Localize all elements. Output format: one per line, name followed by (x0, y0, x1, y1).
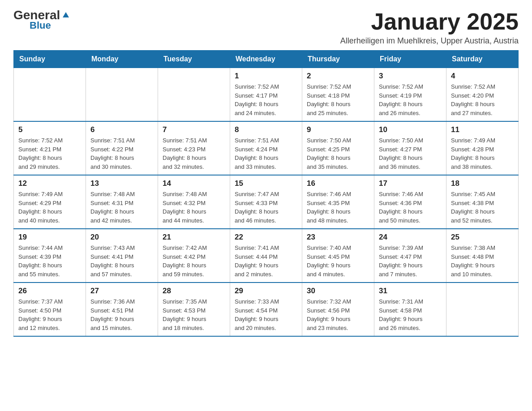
calendar-cell: 29Sunrise: 7:33 AM Sunset: 4:54 PM Dayli… (230, 283, 302, 336)
day-of-week-header: Tuesday (158, 51, 230, 68)
day-number: 1 (235, 72, 297, 81)
calendar-header-row: SundayMondayTuesdayWednesdayThursdayFrid… (14, 51, 519, 68)
calendar-cell (86, 68, 158, 122)
day-of-week-header: Friday (374, 51, 446, 68)
day-info: Sunrise: 7:49 AM Sunset: 4:29 PM Dayligh… (18, 190, 81, 225)
day-number: 7 (163, 125, 225, 134)
day-info: Sunrise: 7:52 AM Sunset: 4:17 PM Dayligh… (235, 82, 297, 117)
location-subtitle: Allerheiligen im Muehlkreis, Upper Austr… (340, 36, 519, 46)
calendar-cell: 13Sunrise: 7:48 AM Sunset: 4:31 PM Dayli… (86, 175, 158, 229)
day-number: 23 (307, 233, 369, 242)
logo-blue-text: Blue (30, 20, 51, 31)
day-number: 11 (451, 125, 514, 134)
calendar-cell (14, 68, 86, 122)
day-number: 13 (90, 179, 153, 188)
calendar-cell (446, 283, 519, 336)
day-info: Sunrise: 7:52 AM Sunset: 4:18 PM Dayligh… (307, 82, 369, 117)
day-number: 20 (90, 233, 153, 242)
day-number: 24 (379, 233, 442, 242)
day-info: Sunrise: 7:50 AM Sunset: 4:27 PM Dayligh… (379, 136, 442, 171)
day-info: Sunrise: 7:51 AM Sunset: 4:22 PM Dayligh… (90, 136, 153, 171)
day-number: 19 (18, 233, 81, 242)
day-info: Sunrise: 7:40 AM Sunset: 4:45 PM Dayligh… (307, 244, 369, 278)
day-info: Sunrise: 7:39 AM Sunset: 4:47 PM Dayligh… (379, 244, 442, 278)
day-number: 6 (90, 125, 153, 134)
calendar-week-row: 5Sunrise: 7:52 AM Sunset: 4:21 PM Daylig… (14, 121, 519, 175)
day-info: Sunrise: 7:37 AM Sunset: 4:50 PM Dayligh… (18, 297, 81, 332)
day-number: 8 (235, 125, 297, 134)
calendar-cell: 2Sunrise: 7:52 AM Sunset: 4:18 PM Daylig… (302, 68, 374, 122)
day-of-week-header: Saturday (446, 51, 519, 68)
day-number: 15 (235, 179, 297, 188)
day-number: 28 (163, 287, 225, 295)
day-number: 2 (307, 72, 369, 81)
day-info: Sunrise: 7:46 AM Sunset: 4:35 PM Dayligh… (307, 190, 369, 225)
day-number: 5 (18, 125, 81, 134)
calendar-cell: 27Sunrise: 7:36 AM Sunset: 4:51 PM Dayli… (86, 283, 158, 336)
calendar-cell: 19Sunrise: 7:44 AM Sunset: 4:39 PM Dayli… (14, 229, 86, 283)
day-of-week-header: Thursday (302, 51, 374, 68)
calendar-cell: 24Sunrise: 7:39 AM Sunset: 4:47 PM Dayli… (374, 229, 446, 283)
calendar-week-row: 19Sunrise: 7:44 AM Sunset: 4:39 PM Dayli… (14, 229, 519, 283)
calendar-cell: 5Sunrise: 7:52 AM Sunset: 4:21 PM Daylig… (14, 121, 86, 175)
day-of-week-header: Wednesday (230, 51, 302, 68)
day-info: Sunrise: 7:51 AM Sunset: 4:24 PM Dayligh… (235, 136, 297, 171)
day-of-week-header: Monday (86, 51, 158, 68)
day-number: 16 (307, 179, 369, 188)
calendar-cell: 10Sunrise: 7:50 AM Sunset: 4:27 PM Dayli… (374, 121, 446, 175)
calendar-week-row: 12Sunrise: 7:49 AM Sunset: 4:29 PM Dayli… (14, 175, 519, 229)
calendar-cell: 28Sunrise: 7:35 AM Sunset: 4:53 PM Dayli… (158, 283, 230, 336)
day-of-week-header: Sunday (14, 51, 86, 68)
day-number: 26 (18, 287, 81, 295)
day-info: Sunrise: 7:45 AM Sunset: 4:38 PM Dayligh… (451, 190, 514, 225)
day-info: Sunrise: 7:49 AM Sunset: 4:28 PM Dayligh… (451, 136, 514, 171)
day-info: Sunrise: 7:32 AM Sunset: 4:56 PM Dayligh… (307, 297, 369, 332)
day-info: Sunrise: 7:48 AM Sunset: 4:32 PM Dayligh… (163, 190, 225, 225)
calendar-cell: 18Sunrise: 7:45 AM Sunset: 4:38 PM Dayli… (446, 175, 519, 229)
calendar-cell: 23Sunrise: 7:40 AM Sunset: 4:45 PM Dayli… (302, 229, 374, 283)
calendar-cell (158, 68, 230, 122)
day-info: Sunrise: 7:41 AM Sunset: 4:44 PM Dayligh… (235, 244, 297, 278)
calendar-cell: 7Sunrise: 7:51 AM Sunset: 4:23 PM Daylig… (158, 121, 230, 175)
calendar-cell: 11Sunrise: 7:49 AM Sunset: 4:28 PM Dayli… (446, 121, 519, 175)
calendar-cell: 12Sunrise: 7:49 AM Sunset: 4:29 PM Dayli… (14, 175, 86, 229)
calendar-cell: 15Sunrise: 7:47 AM Sunset: 4:33 PM Dayli… (230, 175, 302, 229)
calendar-cell: 17Sunrise: 7:46 AM Sunset: 4:36 PM Dayli… (374, 175, 446, 229)
day-info: Sunrise: 7:36 AM Sunset: 4:51 PM Dayligh… (90, 297, 153, 332)
day-info: Sunrise: 7:35 AM Sunset: 4:53 PM Dayligh… (163, 297, 225, 332)
calendar-cell: 20Sunrise: 7:43 AM Sunset: 4:41 PM Dayli… (86, 229, 158, 283)
day-info: Sunrise: 7:44 AM Sunset: 4:39 PM Dayligh… (18, 244, 81, 278)
day-info: Sunrise: 7:33 AM Sunset: 4:54 PM Dayligh… (235, 297, 297, 332)
day-number: 31 (379, 287, 442, 295)
day-number: 22 (235, 233, 297, 242)
day-info: Sunrise: 7:31 AM Sunset: 4:58 PM Dayligh… (379, 297, 442, 332)
title-section: January 2025 Allerheiligen im Muehlkreis… (340, 9, 519, 46)
calendar-cell: 8Sunrise: 7:51 AM Sunset: 4:24 PM Daylig… (230, 121, 302, 175)
calendar-cell: 1Sunrise: 7:52 AM Sunset: 4:17 PM Daylig… (230, 68, 302, 122)
calendar-cell: 9Sunrise: 7:50 AM Sunset: 4:25 PM Daylig… (302, 121, 374, 175)
day-info: Sunrise: 7:43 AM Sunset: 4:41 PM Dayligh… (90, 244, 153, 278)
day-info: Sunrise: 7:52 AM Sunset: 4:21 PM Dayligh… (18, 136, 81, 171)
day-number: 9 (307, 125, 369, 134)
calendar-cell: 30Sunrise: 7:32 AM Sunset: 4:56 PM Dayli… (302, 283, 374, 336)
day-number: 29 (235, 287, 297, 295)
page-header: General Blue January 2025 Allerheiligen … (13, 9, 519, 46)
calendar-cell: 4Sunrise: 7:52 AM Sunset: 4:20 PM Daylig… (446, 68, 519, 122)
day-number: 25 (451, 233, 514, 242)
day-number: 3 (379, 72, 442, 81)
day-number: 12 (18, 179, 81, 188)
calendar-cell: 14Sunrise: 7:48 AM Sunset: 4:32 PM Dayli… (158, 175, 230, 229)
calendar-cell: 21Sunrise: 7:42 AM Sunset: 4:42 PM Dayli… (158, 229, 230, 283)
calendar-table: SundayMondayTuesdayWednesdayThursdayFrid… (13, 50, 519, 337)
day-info: Sunrise: 7:42 AM Sunset: 4:42 PM Dayligh… (163, 244, 225, 278)
calendar-cell: 3Sunrise: 7:52 AM Sunset: 4:19 PM Daylig… (374, 68, 446, 122)
day-number: 10 (379, 125, 442, 134)
calendar-cell: 6Sunrise: 7:51 AM Sunset: 4:22 PM Daylig… (86, 121, 158, 175)
day-info: Sunrise: 7:52 AM Sunset: 4:20 PM Dayligh… (451, 82, 514, 117)
calendar-cell: 26Sunrise: 7:37 AM Sunset: 4:50 PM Dayli… (14, 283, 86, 336)
calendar-cell: 31Sunrise: 7:31 AM Sunset: 4:58 PM Dayli… (374, 283, 446, 336)
day-info: Sunrise: 7:51 AM Sunset: 4:23 PM Dayligh… (163, 136, 225, 171)
calendar-week-row: 26Sunrise: 7:37 AM Sunset: 4:50 PM Dayli… (14, 283, 519, 336)
calendar-cell: 16Sunrise: 7:46 AM Sunset: 4:35 PM Dayli… (302, 175, 374, 229)
logo-triangle-icon (61, 9, 71, 19)
